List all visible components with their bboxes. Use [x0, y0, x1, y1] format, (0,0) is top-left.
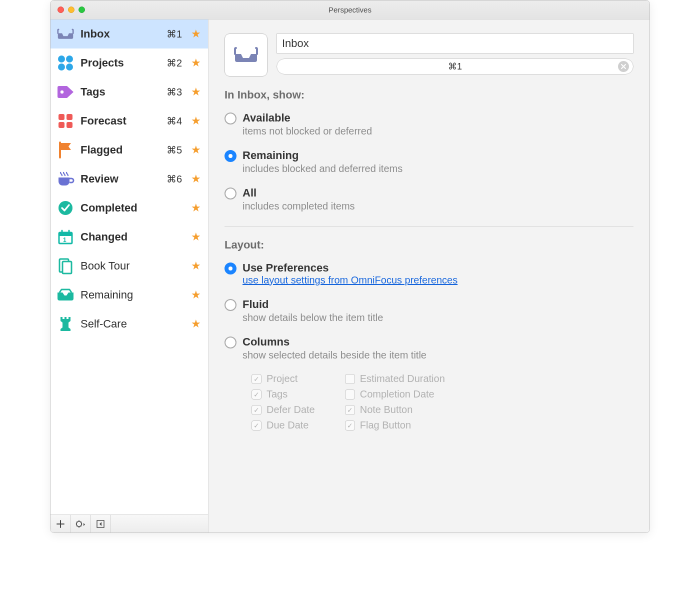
- layout-option-fluid[interactable]: Fluidshow details below the item title: [224, 295, 634, 332]
- checkbox[interactable]: [252, 390, 262, 400]
- checkbox-label: Defer Date: [266, 404, 315, 416]
- sidebar-item-label: Self-Care: [80, 318, 177, 330]
- action-menu-button[interactable]: [70, 515, 90, 532]
- radio-button[interactable]: [224, 188, 236, 200]
- star-icon[interactable]: ★: [190, 56, 202, 70]
- perspective-shortcut-input[interactable]: ⌘1: [276, 58, 634, 74]
- radio-button[interactable]: [224, 299, 236, 311]
- checkbox-label: Due Date: [266, 420, 309, 431]
- sidebar-item-label: Projects: [80, 56, 162, 70]
- perspective-icon-picker[interactable]: [224, 34, 268, 76]
- show-option-remaining[interactable]: Remaining includes blocked and deferred …: [224, 146, 634, 184]
- rook-icon: [56, 315, 76, 333]
- checkbox-label: Flag Button: [360, 420, 411, 431]
- radio-button[interactable]: [224, 336, 236, 348]
- column-check-flag-button[interactable]: Flag Button: [345, 420, 445, 431]
- sidebar-item-shortcut: ⌘6: [166, 173, 182, 185]
- svg-point-2: [58, 64, 65, 70]
- svg-text:1: 1: [63, 236, 66, 244]
- inbox-tray-icon: [233, 45, 259, 65]
- add-perspective-button[interactable]: [50, 515, 70, 532]
- option-title: Fluid: [242, 298, 383, 311]
- column-check-completion-date[interactable]: Completion Date: [345, 388, 445, 400]
- sidebar-item-selfcare[interactable]: Self-Care ★: [50, 310, 208, 338]
- collapse-sidebar-button[interactable]: [90, 515, 110, 532]
- checkbox-label: Project: [266, 373, 298, 384]
- stack-icon: [56, 257, 76, 275]
- sidebar-item-booktour[interactable]: Book Tour ★: [50, 252, 208, 280]
- star-icon[interactable]: ★: [190, 28, 202, 40]
- show-option-all[interactable]: All includes completed items: [224, 184, 634, 221]
- svg-rect-11: [59, 232, 72, 236]
- check-circle-icon: [56, 199, 76, 217]
- column-check-defer-date[interactable]: Defer Date: [252, 404, 315, 416]
- layout-option-columns[interactable]: Columnsshow selected details beside the …: [224, 332, 634, 370]
- sidebar-item-forecast[interactable]: Forecast ⌘4 ★: [50, 106, 208, 136]
- show-section-title: In Inbox, show:: [224, 88, 634, 102]
- sidebar-item-completed[interactable]: Completed ★: [50, 194, 208, 222]
- dots-icon: [56, 54, 76, 72]
- star-icon[interactable]: ★: [190, 230, 202, 244]
- radio-button[interactable]: [224, 262, 236, 274]
- svg-point-1: [66, 56, 73, 62]
- option-title: Remaining: [242, 149, 402, 162]
- layout-option-use-prefs[interactable]: Use Preferencesuse layout settings from …: [224, 258, 634, 295]
- column-check-due-date[interactable]: Due Date: [252, 420, 315, 431]
- star-icon[interactable]: ★: [190, 86, 202, 98]
- svg-point-3: [66, 64, 73, 70]
- star-icon[interactable]: ★: [190, 144, 202, 156]
- column-check-project[interactable]: Project: [252, 373, 315, 384]
- grid4-icon: [56, 112, 76, 130]
- sidebar-item-review[interactable]: Review ⌘6 ★: [50, 164, 208, 194]
- sidebar-item-shortcut: ⌘1: [166, 28, 182, 40]
- star-icon[interactable]: ★: [190, 260, 202, 272]
- checkbox[interactable]: [345, 420, 355, 430]
- perspectives-list: Inbox ⌘1 ★ Projects ⌘2 ★ Tags ⌘3 ★ Forec…: [50, 20, 208, 514]
- sidebar-item-projects[interactable]: Projects ⌘2 ★: [50, 48, 208, 78]
- sidebar-item-shortcut: ⌘2: [166, 57, 182, 69]
- perspective-name-input[interactable]: [276, 34, 634, 54]
- radio-button[interactable]: [224, 112, 236, 124]
- star-icon[interactable]: ★: [190, 114, 202, 128]
- column-check-estimated-duration[interactable]: Estimated Duration: [345, 373, 445, 384]
- checkbox[interactable]: [252, 405, 262, 415]
- star-icon[interactable]: ★: [190, 172, 202, 186]
- column-check-tags[interactable]: Tags: [252, 388, 315, 400]
- column-check-note-button[interactable]: Note Button: [345, 404, 445, 416]
- sidebar-item-changed[interactable]: 1 Changed ★: [50, 222, 208, 252]
- svg-rect-6: [66, 114, 72, 120]
- star-icon[interactable]: ★: [190, 202, 202, 214]
- svg-rect-5: [58, 114, 64, 120]
- preferences-link[interactable]: use layout settings from OmniFocus prefe…: [242, 274, 458, 286]
- checkbox-label: Estimated Duration: [360, 373, 445, 384]
- clear-shortcut-button[interactable]: [618, 61, 629, 72]
- sidebar-item-tags[interactable]: Tags ⌘3 ★: [50, 78, 208, 106]
- svg-rect-7: [58, 122, 64, 128]
- checkbox[interactable]: [252, 420, 262, 430]
- show-option-available[interactable]: Available items not blocked or deferred: [224, 108, 634, 146]
- option-subtitle: includes completed items: [242, 200, 355, 212]
- checkbox[interactable]: [252, 374, 262, 384]
- star-icon[interactable]: ★: [190, 288, 202, 302]
- sidebar-item-remaining[interactable]: Remaining ★: [50, 280, 208, 310]
- sidebar-item-inbox[interactable]: Inbox ⌘1 ★: [50, 20, 208, 48]
- perspectives-window: Perspectives Inbox ⌘1 ★ Projects ⌘2 ★ Ta…: [50, 0, 650, 533]
- sidebar-item-flagged[interactable]: Flagged ⌘5 ★: [50, 136, 208, 164]
- checkbox[interactable]: [345, 374, 355, 384]
- column-checkboxes: Project Tags Defer Date Due Date Estimat…: [252, 373, 634, 431]
- sidebar-item-label: Inbox: [80, 28, 162, 40]
- checkbox[interactable]: [345, 390, 355, 400]
- radio-button[interactable]: [224, 150, 236, 162]
- perspective-detail: ⌘1 In Inbox, show: Available items not b…: [208, 20, 650, 532]
- option-title: All: [242, 186, 355, 200]
- shortcut-value: ⌘1: [448, 61, 462, 72]
- sidebar-item-shortcut: ⌘4: [166, 115, 182, 127]
- sidebar-item-shortcut: ⌘3: [166, 86, 182, 98]
- option-title: Columns: [242, 336, 426, 348]
- sidebar-item-label: Changed: [80, 230, 177, 244]
- checkbox[interactable]: [345, 405, 355, 415]
- layout-section-title: Layout:: [224, 238, 634, 252]
- option-title: Use Preferences: [242, 262, 458, 274]
- perspectives-sidebar: Inbox ⌘1 ★ Projects ⌘2 ★ Tags ⌘3 ★ Forec…: [50, 20, 208, 532]
- star-icon[interactable]: ★: [190, 318, 202, 330]
